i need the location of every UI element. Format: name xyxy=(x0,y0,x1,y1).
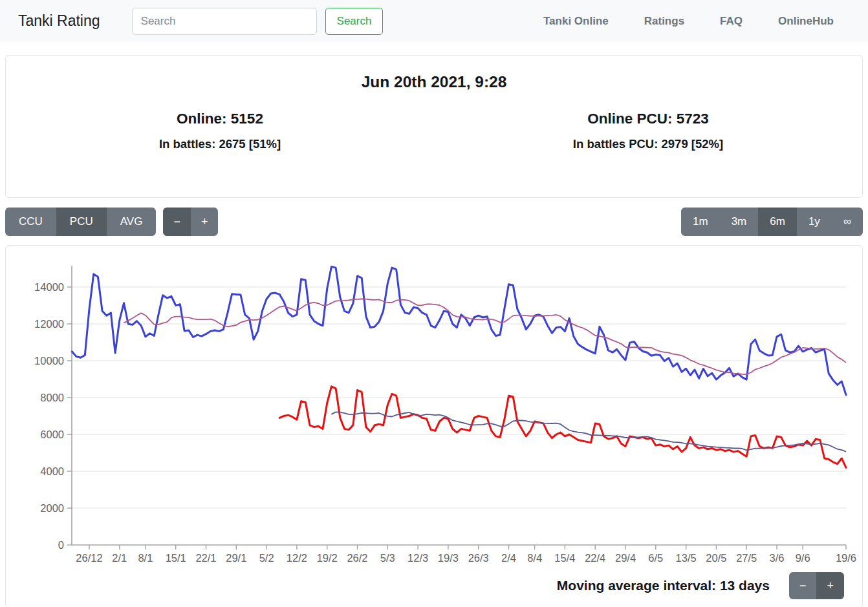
chart-svg[interactable]: 0200040006000800010000120001400026/122/1… xyxy=(6,246,863,575)
nav-link-faq[interactable]: FAQ xyxy=(720,15,743,28)
svg-text:3/6: 3/6 xyxy=(770,552,785,564)
svg-text:13/5: 13/5 xyxy=(676,552,697,564)
svg-text:26/2: 26/2 xyxy=(347,552,367,564)
range-button-infinity[interactable]: ∞ xyxy=(832,208,863,236)
nav-link-onlinehub[interactable]: OnlineHub xyxy=(778,15,834,28)
metric-toggle-group: CCU PCU AVG xyxy=(5,208,156,236)
svg-text:19/6: 19/6 xyxy=(836,552,856,564)
svg-text:19/3: 19/3 xyxy=(438,552,459,564)
moving-average-label: Moving average interval: 13 days xyxy=(557,578,770,593)
ma-decrease-button[interactable]: − xyxy=(789,572,817,599)
svg-text:6000: 6000 xyxy=(40,429,64,440)
zoom-group: − + xyxy=(163,208,218,236)
zoom-out-button[interactable]: − xyxy=(163,208,191,236)
svg-text:14000: 14000 xyxy=(34,281,64,293)
chart-controls: CCU PCU AVG − + 1m 3m 6m 1y ∞ xyxy=(5,208,863,236)
svg-text:29/1: 29/1 xyxy=(226,552,246,564)
in-battles-value: In battles: 2675 [51%] xyxy=(6,137,434,151)
svg-text:9/6: 9/6 xyxy=(796,552,810,564)
time-range-group: 1m 3m 6m 1y ∞ xyxy=(681,208,863,236)
svg-text:5/3: 5/3 xyxy=(380,552,395,564)
svg-text:22/1: 22/1 xyxy=(195,552,216,564)
nav-link-ratings[interactable]: Ratings xyxy=(644,15,684,28)
range-button-6m[interactable]: 6m xyxy=(758,208,797,236)
svg-text:0: 0 xyxy=(58,539,64,551)
top-navbar: Tanki Rating Search Tanki Online Ratings… xyxy=(0,0,868,42)
stats-timestamp: Jun 20th 2021, 9:28 xyxy=(6,56,862,91)
svg-text:8/4: 8/4 xyxy=(527,552,542,564)
nav-link-tanki-online[interactable]: Tanki Online xyxy=(543,15,609,28)
svg-text:26/3: 26/3 xyxy=(468,552,489,564)
in-battles-pcu-value: In battles PCU: 2979 [52%] xyxy=(434,137,862,151)
svg-text:2000: 2000 xyxy=(40,502,64,514)
svg-text:12/2: 12/2 xyxy=(287,552,307,564)
svg-text:29/4: 29/4 xyxy=(615,552,636,564)
svg-text:27/5: 27/5 xyxy=(736,552,757,564)
svg-text:5/2: 5/2 xyxy=(259,552,274,564)
svg-text:26/12: 26/12 xyxy=(76,552,102,564)
online-pcu-value: Online PCU: 5723 xyxy=(434,111,862,127)
online-pcu-stat: Online PCU: 5723 In battles PCU: 2979 [5… xyxy=(434,111,862,151)
svg-text:20/5: 20/5 xyxy=(706,552,726,564)
current-stats-card: Jun 20th 2021, 9:28 Online: 5152 In batt… xyxy=(5,55,863,198)
online-value: Online: 5152 xyxy=(6,111,434,127)
ma-increase-button[interactable]: + xyxy=(816,572,844,599)
svg-text:19/2: 19/2 xyxy=(317,552,338,564)
site-title: Tanki Rating xyxy=(18,12,100,30)
online-stat: Online: 5152 In battles: 2675 [51%] xyxy=(6,111,434,151)
svg-text:15/4: 15/4 xyxy=(554,552,575,564)
svg-text:2/4: 2/4 xyxy=(501,552,516,564)
moving-average-group: − + xyxy=(789,572,844,599)
metric-button-ccu[interactable]: CCU xyxy=(5,208,56,236)
search-button[interactable]: Search xyxy=(325,8,384,35)
metric-button-pcu[interactable]: PCU xyxy=(56,208,107,236)
moving-average-controls: Moving average interval: 13 days − + xyxy=(557,572,844,599)
stats-row: Online: 5152 In battles: 2675 [51%] Onli… xyxy=(6,111,862,151)
zoom-in-button[interactable]: + xyxy=(191,208,219,236)
svg-text:22/4: 22/4 xyxy=(585,552,605,564)
svg-text:8000: 8000 xyxy=(40,392,64,403)
range-button-1m[interactable]: 1m xyxy=(681,208,720,236)
svg-text:8/1: 8/1 xyxy=(138,552,153,564)
svg-text:12/3: 12/3 xyxy=(407,552,428,564)
nav-links: Tanki Online Ratings FAQ OnlineHub xyxy=(543,15,850,28)
range-button-1y[interactable]: 1y xyxy=(797,208,832,236)
range-button-3m[interactable]: 3m xyxy=(720,208,759,236)
svg-text:15/1: 15/1 xyxy=(166,552,186,564)
svg-text:10000: 10000 xyxy=(34,355,64,367)
svg-text:6/5: 6/5 xyxy=(648,552,663,564)
svg-text:4000: 4000 xyxy=(40,465,64,477)
svg-text:2/1: 2/1 xyxy=(112,552,127,564)
svg-text:12000: 12000 xyxy=(34,318,64,330)
chart-card: 0200040006000800010000120001400026/122/1… xyxy=(5,245,863,607)
search-input[interactable] xyxy=(132,8,317,35)
metric-button-avg[interactable]: AVG xyxy=(107,208,157,236)
